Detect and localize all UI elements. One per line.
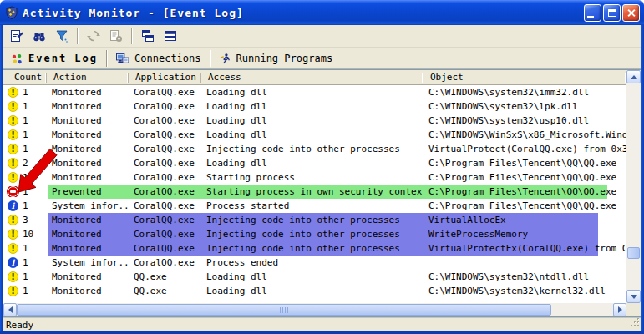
object-cell: VirtualProtectEx(CoralQQ.exe) from C:\Pr bbox=[423, 243, 626, 254]
count-cell: 1 bbox=[3, 186, 47, 197]
object-cell: C:\WINDOWS\system32\lpk.dll bbox=[423, 101, 626, 112]
application-cell: CoralQQ.exe bbox=[129, 229, 201, 240]
count-value: 1 bbox=[23, 144, 28, 154]
application-cell: CoralQQ.exe bbox=[129, 186, 201, 197]
table-row[interactable]: i1System infor...CoralQQ.exeProcess ende… bbox=[3, 256, 626, 270]
count-cell: !1 bbox=[3, 101, 47, 112]
access-cell: Loading dll bbox=[201, 129, 423, 140]
warning-icon: ! bbox=[8, 243, 18, 254]
tab-connections[interactable]: Connections bbox=[107, 48, 209, 68]
access-cell: Loading dll bbox=[201, 286, 423, 296]
column-header-label: Object bbox=[430, 72, 464, 83]
application-cell: CoralQQ.exe bbox=[129, 87, 201, 98]
properties-button[interactable] bbox=[6, 27, 27, 46]
action-cell: Monitored bbox=[47, 87, 129, 98]
count-value: 1 bbox=[23, 286, 28, 296]
action-cell: Monitored bbox=[47, 215, 129, 225]
refresh-icon bbox=[86, 28, 101, 43]
close-button[interactable] bbox=[622, 4, 640, 22]
vertical-scroll-thumb[interactable] bbox=[627, 247, 640, 259]
arrow-left-icon bbox=[8, 306, 13, 313]
table-row[interactable]: !3MonitoredCoralQQ.exeInjecting code int… bbox=[3, 213, 626, 227]
scroll-down-button[interactable] bbox=[626, 290, 641, 303]
table-row[interactable]: !1MonitoredCoralQQ.exeLoading dllC:\WIND… bbox=[3, 128, 626, 142]
table-row[interactable]: !1MonitoredCoralQQ.exeLoading dllC:\WIND… bbox=[3, 114, 626, 128]
scroll-left-button[interactable] bbox=[3, 303, 17, 316]
prevented-icon bbox=[8, 186, 18, 197]
object-cell: VirtualAllocEx bbox=[423, 215, 626, 225]
column-header-action[interactable]: Action bbox=[47, 70, 129, 84]
count-cell: !3 bbox=[3, 215, 47, 225]
column-header-label: Count bbox=[14, 72, 42, 83]
vertical-scrollbar[interactable] bbox=[626, 70, 641, 303]
application-cell: CoralQQ.exe bbox=[129, 257, 201, 268]
action-cell: Monitored bbox=[47, 243, 129, 254]
table-row[interactable]: !2MonitoredCoralQQ.exeLoading dllC:\Prog… bbox=[3, 156, 626, 170]
table-row[interactable]: !1MonitoredCoralQQ.exeLoading dllC:\WIND… bbox=[3, 99, 626, 114]
column-header-object[interactable]: Object bbox=[423, 70, 626, 84]
object-cell: C:\WINDOWS\system32\usp10.dll bbox=[423, 115, 626, 126]
tab-event-log[interactable]: Event Log bbox=[3, 48, 106, 68]
title-bar[interactable]: Activity Monitor - [Event Log] bbox=[0, 0, 644, 25]
application-cell: CoralQQ.exe bbox=[129, 243, 201, 254]
access-cell: Loading dll bbox=[201, 101, 423, 112]
column-header-access[interactable]: Access bbox=[201, 70, 423, 84]
warning-icon: ! bbox=[8, 172, 18, 183]
table-row[interactable]: i1System infor...CoralQQ.exeProcess star… bbox=[3, 199, 626, 213]
action-cell: System infor... bbox=[47, 200, 129, 211]
warning-icon: ! bbox=[8, 215, 18, 225]
table-row[interactable]: !1MonitoredCoralQQ.exeInjecting code int… bbox=[3, 142, 626, 156]
minimize-button[interactable] bbox=[584, 4, 601, 22]
table-row[interactable]: !10MonitoredCoralQQ.exeInjecting code in… bbox=[3, 227, 626, 241]
count-value: 1 bbox=[23, 87, 28, 98]
warning-icon: ! bbox=[8, 115, 18, 126]
event-log-dots-icon bbox=[11, 53, 23, 65]
table-row[interactable]: 1PreventedCoralQQ.exeStarting process in… bbox=[3, 185, 626, 199]
application-cell: CoralQQ.exe bbox=[129, 115, 201, 126]
column-header-application[interactable]: Application bbox=[129, 70, 201, 84]
count-cell: !1 bbox=[3, 129, 47, 140]
table-row[interactable]: !1MonitoredQQ.exeLoading dllC:\WINDOWS\s… bbox=[3, 270, 626, 284]
action-cell: Monitored bbox=[47, 158, 129, 169]
warning-icon: ! bbox=[8, 158, 18, 169]
scroll-right-button[interactable] bbox=[613, 303, 626, 316]
table-row[interactable]: !1MonitoredCoralQQ.exeInjecting code int… bbox=[3, 241, 626, 256]
info-icon: i bbox=[8, 257, 18, 268]
scroll-up-button[interactable] bbox=[626, 70, 641, 84]
resize-grip-icon[interactable] bbox=[630, 317, 641, 331]
scrollbar-corner bbox=[626, 303, 641, 316]
app-shield-icon bbox=[5, 6, 18, 19]
column-header-label: Access bbox=[208, 72, 241, 83]
table-row[interactable]: !1MonitoredCoralQQ.exeLoading dllC:\WIND… bbox=[3, 85, 626, 99]
column-header-count[interactable]: Count bbox=[3, 70, 47, 84]
horizontal-scrollbar[interactable] bbox=[3, 303, 626, 316]
count-cell: !1 bbox=[3, 87, 47, 98]
find-button[interactable] bbox=[28, 27, 49, 46]
application-cell: CoralQQ.exe bbox=[129, 200, 201, 211]
action-cell: Monitored bbox=[47, 271, 129, 282]
running-programs-icon bbox=[219, 53, 231, 65]
object-cell: C:\Program Files\Tencent\QQ\QQ.exe bbox=[423, 200, 626, 211]
table-row[interactable]: !1MonitoredCoralQQ.exeStarting processC:… bbox=[3, 170, 626, 185]
action-cell: System infor... bbox=[47, 257, 129, 268]
warning-icon: ! bbox=[8, 286, 18, 296]
report-button bbox=[105, 27, 126, 46]
filter-button[interactable] bbox=[51, 27, 72, 46]
count-value: 3 bbox=[23, 215, 28, 225]
connections-icon bbox=[115, 53, 129, 65]
access-cell: Starting process in own security context bbox=[201, 186, 423, 197]
object-cell: C:\WINDOWS\system32\ntdll.dll bbox=[423, 271, 626, 282]
maximize-button[interactable] bbox=[603, 4, 621, 22]
horizontal-scroll-thumb[interactable] bbox=[17, 304, 551, 316]
count-value: 1 bbox=[23, 200, 28, 211]
split-window-button[interactable] bbox=[160, 27, 180, 46]
access-cell: Starting process bbox=[201, 172, 423, 183]
table-row[interactable]: !1MonitoredQQ.exeLoading dllC:\WINDOWS\s… bbox=[3, 284, 626, 298]
cascade-windows-button[interactable] bbox=[137, 27, 158, 46]
action-cell: Prevented bbox=[47, 186, 129, 197]
tab-running-programs[interactable]: Running Programs bbox=[210, 48, 342, 68]
action-cell: Monitored bbox=[47, 129, 129, 140]
action-cell: Monitored bbox=[47, 229, 129, 240]
window-title: Activity Monitor - [Event Log] bbox=[23, 7, 584, 19]
split-window-icon bbox=[163, 28, 178, 43]
